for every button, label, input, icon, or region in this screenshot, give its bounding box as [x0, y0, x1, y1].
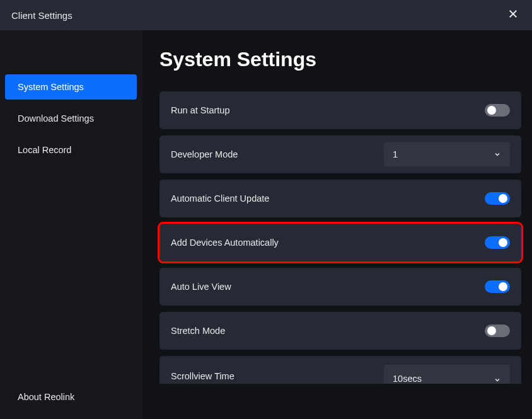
sidebar-footer-about[interactable]: About Reolink	[5, 381, 137, 413]
main-panel: System Settings Run at Startup Developer…	[142, 30, 532, 419]
select-value: 1	[393, 149, 398, 159]
chevron-down-icon	[494, 151, 501, 158]
sidebar-item-label: Local Record	[18, 145, 71, 155]
setting-label: Automatic Client Update	[171, 193, 269, 204]
select-scrollview-time[interactable]: 10secs	[384, 365, 510, 384]
sidebar-item-label: System Settings	[18, 82, 84, 92]
setting-row-run-at-startup: Run at Startup	[159, 91, 521, 129]
toggle-auto-live-view[interactable]	[485, 280, 510, 293]
toggle-stretch-mode[interactable]	[485, 324, 510, 337]
toggle-knob	[499, 194, 507, 203]
sidebar-footer-label: About Reolink	[18, 392, 74, 402]
setting-row-add-devices-automatically: Add Devices Automatically	[159, 224, 521, 261]
sidebar-item-download-settings[interactable]: Download Settings	[5, 106, 137, 131]
setting-label: Stretch Mode	[171, 326, 225, 336]
header: Client Settings	[0, 0, 532, 30]
setting-label: Auto Live View	[171, 282, 231, 292]
setting-label: Add Devices Automatically	[171, 238, 279, 248]
setting-label: Scrollview Time	[171, 371, 234, 384]
toggle-automatic-client-update[interactable]	[485, 192, 510, 205]
setting-row-auto-live-view: Auto Live View	[159, 268, 521, 306]
toggle-knob	[499, 238, 507, 247]
setting-row-automatic-client-update: Automatic Client Update	[159, 180, 521, 217]
chevron-down-icon	[494, 376, 501, 384]
setting-row-stretch-mode: Stretch Mode	[159, 312, 521, 350]
sidebar: System Settings Download Settings Local …	[0, 30, 142, 419]
close-icon	[507, 8, 519, 22]
toggle-knob	[487, 106, 496, 115]
toggle-run-at-startup[interactable]	[485, 104, 510, 117]
page-title: System Settings	[159, 48, 521, 71]
sidebar-item-local-record[interactable]: Local Record	[5, 137, 137, 163]
toggle-add-devices-automatically[interactable]	[485, 236, 510, 249]
sidebar-item-system-settings[interactable]: System Settings	[5, 74, 137, 100]
setting-row-developer-mode: Developer Mode 1	[159, 135, 521, 173]
setting-label: Developer Mode	[171, 149, 238, 159]
close-button[interactable]	[506, 8, 521, 23]
toggle-knob	[499, 282, 507, 291]
select-developer-mode[interactable]: 1	[384, 142, 510, 166]
setting-label: Run at Startup	[171, 105, 230, 115]
setting-row-scrollview-time: Scrollview Time 10secs	[159, 356, 521, 384]
sidebar-item-label: Download Settings	[18, 113, 94, 123]
toggle-knob	[487, 326, 496, 335]
header-title: Client Settings	[11, 10, 72, 21]
select-value: 10secs	[393, 374, 422, 384]
